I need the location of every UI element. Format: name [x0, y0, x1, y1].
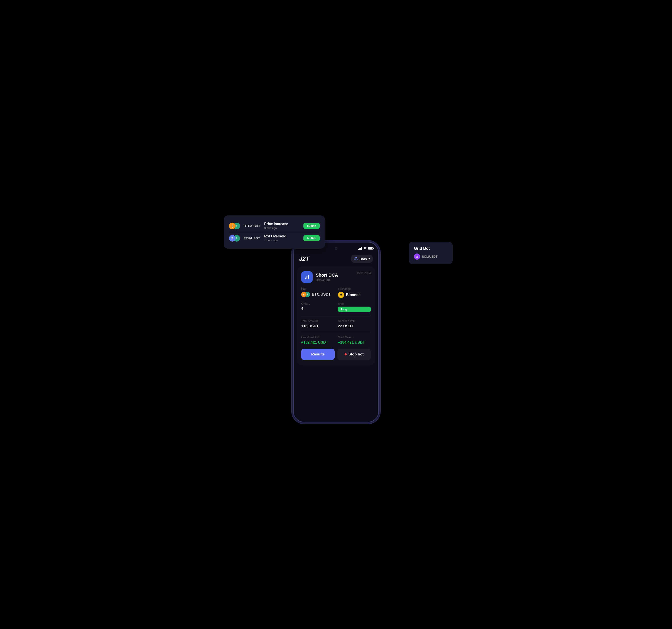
- grid-bot-pair-name: SOL/USDT: [422, 255, 437, 258]
- phone-camera: [335, 247, 337, 250]
- exchange-label: Exchange: [338, 287, 371, 290]
- grid-bot-card: Grid Bot ◎ SOL/USDT: [409, 242, 453, 264]
- btc-bullish-badge: bullish: [304, 223, 320, 229]
- btc-icon: ₿: [229, 223, 236, 229]
- signal-bar-2: [359, 249, 360, 250]
- bot-card-header: Short DCA DCA #1234 15/01/2024: [301, 271, 371, 283]
- btc-pair-icons: ₿ T: [229, 223, 240, 229]
- bot-icon: [301, 271, 313, 283]
- bot-actions: Results Stop bot: [301, 349, 371, 360]
- signal-bar-4: [361, 247, 362, 250]
- svg-rect-2: [308, 275, 309, 279]
- eth-pair-icons: Ξ T: [229, 235, 240, 241]
- pair-label: Pair: [301, 287, 334, 290]
- pair-field: Pair ₿ T BTC/USDT: [301, 287, 334, 298]
- battery-icon: [368, 247, 373, 250]
- bot-card: Short DCA DCA #1234 15/01/2024 Pair ₿: [297, 266, 375, 365]
- eth-icon: Ξ: [229, 235, 236, 241]
- svg-rect-1: [307, 276, 307, 279]
- eth-bullish-badge: bullish: [304, 235, 320, 241]
- bot-fields: Pair ₿ T BTC/USDT Exchange: [301, 287, 371, 312]
- bot-name: Short DCA: [316, 273, 338, 278]
- exchange-value-row: Binance: [338, 292, 371, 298]
- app-header: J2T Bots ▾: [294, 255, 378, 266]
- btc-notification-time: 3 min ago: [264, 226, 300, 230]
- phone: J2T Bots ▾: [293, 242, 379, 422]
- signal-bars-icon: [358, 247, 362, 250]
- total-return-field: Total Return +184.421 USDT: [338, 336, 371, 345]
- total-amount-value: 116 USDT: [301, 324, 334, 328]
- stop-bot-button[interactable]: Stop bot: [337, 349, 371, 360]
- total-return-value: +184.421 USDT: [338, 340, 371, 345]
- binance-icon: [338, 292, 344, 298]
- phone-notch: [323, 246, 349, 252]
- exchange-field: Exchange Binance: [338, 287, 371, 298]
- pair-icons-small: ₿ T: [301, 292, 310, 297]
- wifi-icon: [363, 247, 367, 250]
- app-logo: J2T: [299, 255, 309, 262]
- notification-card: ₿ T BTC/USDT Price increase 3 min ago bu…: [224, 215, 325, 249]
- eth-pair-name: ETH/USDT: [243, 236, 261, 240]
- divider-1: [301, 316, 371, 316]
- total-amount-field: Total Amount 116 USDT: [301, 319, 334, 328]
- nav-chevron-icon: ▾: [368, 257, 370, 260]
- pair-value: BTC/USDT: [312, 292, 331, 297]
- battery-fill: [368, 248, 372, 249]
- total-amount-label: Total Amount: [301, 319, 334, 323]
- sol-icon: ◎: [414, 254, 420, 260]
- unrealised-pnl-value: +162.421 USDT: [301, 340, 334, 345]
- pair-btc-icon: ₿: [301, 292, 307, 297]
- bot-header-left: Short DCA DCA #1234: [301, 271, 338, 283]
- divider-2: [301, 332, 371, 332]
- unrealised-pnl-label: Unealised PNL: [301, 336, 334, 339]
- orders-field: Orders 4: [301, 302, 334, 312]
- realised-pnl-field: Realised PNL 22 USDT: [338, 319, 371, 328]
- grid-bot-title: Grid Bot: [414, 246, 448, 251]
- orders-value: 4: [301, 307, 334, 311]
- status-bar: [358, 247, 373, 250]
- bot-id: DCA #1234: [316, 278, 338, 282]
- notification-row-eth: Ξ T ETH/USDT RSI Oversold 1 hour ago bul…: [229, 232, 320, 244]
- realised-pnl-label: Realised PNL: [338, 319, 371, 323]
- notification-row-btc: ₿ T BTC/USDT Price increase 3 min ago bu…: [229, 220, 320, 232]
- phone-side-button-top: [379, 286, 379, 300]
- bot-name-container: Short DCA DCA #1234: [316, 273, 338, 282]
- signal-bar-1: [358, 249, 359, 250]
- eth-notification-time: 1 hour ago: [264, 239, 300, 242]
- signal-bar-3: [360, 248, 361, 250]
- side-badge: long: [338, 307, 371, 312]
- exchange-value: Binance: [346, 293, 360, 297]
- realised-pnl-value: 22 USDT: [338, 324, 371, 328]
- unrealised-pnl-field: Unealised PNL +162.421 USDT: [301, 336, 334, 345]
- bot-fields-3: Unealised PNL +162.421 USDT Total Return…: [301, 336, 371, 345]
- eth-notification-title: RSI Oversold: [264, 234, 300, 238]
- bot-date: 15/01/2024: [357, 271, 371, 275]
- app-nav[interactable]: Bots ▾: [351, 255, 373, 263]
- grid-bot-pair: ◎ SOL/USDT: [414, 254, 448, 260]
- orders-label: Orders: [301, 302, 334, 305]
- svg-rect-0: [305, 278, 306, 279]
- eth-notification-text: RSI Oversold 1 hour ago: [264, 234, 300, 242]
- bot-fields-2: Total Amount 116 USDT Realised PNL 22 US…: [301, 319, 371, 328]
- stop-bot-label: Stop bot: [349, 352, 364, 356]
- btc-notification-text: Price increase 3 min ago: [264, 222, 300, 230]
- pair-value-row: ₿ T BTC/USDT: [301, 292, 334, 297]
- user-icon: [354, 256, 358, 261]
- nav-bots-label: Bots: [360, 257, 367, 261]
- phone-side-button-bottom: [379, 304, 379, 317]
- btc-pair-name: BTC/USDT: [243, 224, 261, 228]
- results-button[interactable]: Results: [301, 349, 335, 360]
- stop-dot-icon: [344, 353, 347, 355]
- phone-content: J2T Bots ▾: [294, 242, 378, 422]
- total-return-label: Total Return: [338, 336, 371, 339]
- btc-notification-title: Price increase: [264, 222, 300, 226]
- side-label: Side: [338, 302, 371, 305]
- side-field: Side long: [338, 302, 371, 312]
